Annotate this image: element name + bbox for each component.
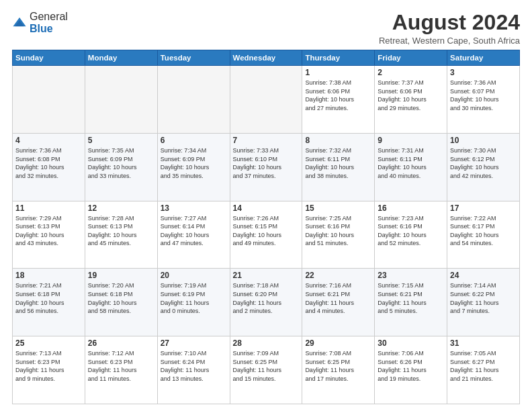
table-row: 17Sunrise: 7:22 AM Sunset: 6:17 PM Dayli… [447, 201, 520, 269]
day-info: Sunrise: 7:16 AM Sunset: 6:21 PM Dayligh… [305, 281, 371, 315]
day-number: 17 [450, 203, 517, 213]
day-number: 24 [450, 271, 517, 280]
table-row: 6Sunrise: 7:34 AM Sunset: 6:09 PM Daylig… [157, 133, 230, 201]
table-row [85, 66, 157, 134]
day-info: Sunrise: 7:32 AM Sunset: 6:11 PM Dayligh… [305, 146, 371, 180]
day-info: Sunrise: 7:38 AM Sunset: 6:06 PM Dayligh… [305, 79, 371, 112]
location-subtitle: Retreat, Western Cape, South Africa [379, 36, 520, 46]
table-row: 30Sunrise: 7:06 AM Sunset: 6:26 PM Dayli… [375, 336, 447, 404]
day-number: 3 [450, 68, 517, 77]
day-info: Sunrise: 7:22 AM Sunset: 6:17 PM Dayligh… [450, 214, 517, 248]
logo-text: General Blue [30, 11, 68, 34]
table-row [230, 66, 302, 134]
col-wednesday: Wednesday [230, 50, 302, 66]
day-info: Sunrise: 7:34 AM Sunset: 6:09 PM Dayligh… [161, 146, 227, 180]
table-row: 26Sunrise: 7:12 AM Sunset: 6:23 PM Dayli… [85, 336, 157, 404]
day-number: 13 [161, 203, 227, 213]
col-monday: Monday [85, 50, 157, 66]
day-number: 4 [15, 136, 82, 145]
day-number: 27 [161, 338, 227, 348]
logo-blue-text: Blue [30, 23, 53, 34]
day-info: Sunrise: 7:15 AM Sunset: 6:21 PM Dayligh… [378, 281, 444, 315]
calendar-header-row: Sunday Monday Tuesday Wednesday Thursday… [13, 50, 520, 66]
day-number: 2 [378, 68, 444, 77]
day-number: 7 [233, 136, 300, 145]
day-number: 14 [233, 203, 300, 213]
day-number: 19 [88, 271, 154, 280]
table-row: 21Sunrise: 7:18 AM Sunset: 6:20 PM Dayli… [230, 269, 302, 336]
table-row: 19Sunrise: 7:20 AM Sunset: 6:18 PM Dayli… [85, 269, 157, 336]
table-row: 23Sunrise: 7:15 AM Sunset: 6:21 PM Dayli… [375, 269, 447, 336]
day-number: 28 [233, 338, 300, 348]
day-number: 16 [378, 203, 444, 213]
day-number: 31 [450, 338, 517, 348]
table-row: 16Sunrise: 7:23 AM Sunset: 6:16 PM Dayli… [375, 201, 447, 269]
day-number: 18 [15, 271, 82, 280]
day-info: Sunrise: 7:37 AM Sunset: 6:06 PM Dayligh… [378, 79, 444, 112]
table-row: 3Sunrise: 7:36 AM Sunset: 6:07 PM Daylig… [447, 66, 520, 134]
table-row: 9Sunrise: 7:31 AM Sunset: 6:11 PM Daylig… [375, 133, 447, 201]
table-row: 28Sunrise: 7:09 AM Sunset: 6:25 PM Dayli… [230, 336, 302, 404]
day-info: Sunrise: 7:28 AM Sunset: 6:13 PM Dayligh… [88, 214, 154, 248]
day-info: Sunrise: 7:14 AM Sunset: 6:22 PM Dayligh… [450, 281, 517, 315]
day-number: 9 [378, 136, 444, 145]
day-info: Sunrise: 7:35 AM Sunset: 6:09 PM Dayligh… [88, 146, 154, 180]
day-info: Sunrise: 7:13 AM Sunset: 6:23 PM Dayligh… [15, 349, 82, 383]
day-number: 22 [305, 271, 371, 280]
day-number: 26 [88, 338, 154, 348]
table-row: 11Sunrise: 7:29 AM Sunset: 6:13 PM Dayli… [13, 201, 85, 269]
calendar-week-row: 18Sunrise: 7:21 AM Sunset: 6:18 PM Dayli… [13, 269, 520, 336]
title-block: August 2024 Retreat, Western Cape, South… [379, 11, 520, 46]
day-info: Sunrise: 7:10 AM Sunset: 6:24 PM Dayligh… [161, 349, 227, 383]
table-row: 1Sunrise: 7:38 AM Sunset: 6:06 PM Daylig… [302, 66, 375, 134]
calendar-table: Sunday Monday Tuesday Wednesday Thursday… [12, 50, 520, 404]
col-tuesday: Tuesday [157, 50, 230, 66]
table-row: 14Sunrise: 7:26 AM Sunset: 6:15 PM Dayli… [230, 201, 302, 269]
day-info: Sunrise: 7:18 AM Sunset: 6:20 PM Dayligh… [233, 281, 300, 315]
day-info: Sunrise: 7:25 AM Sunset: 6:16 PM Dayligh… [305, 214, 371, 248]
logo-icon [12, 15, 27, 30]
table-row: 13Sunrise: 7:27 AM Sunset: 6:14 PM Dayli… [157, 201, 230, 269]
day-info: Sunrise: 7:23 AM Sunset: 6:16 PM Dayligh… [378, 214, 444, 248]
table-row: 25Sunrise: 7:13 AM Sunset: 6:23 PM Dayli… [13, 336, 85, 404]
col-thursday: Thursday [302, 50, 375, 66]
day-info: Sunrise: 7:30 AM Sunset: 6:12 PM Dayligh… [450, 146, 517, 180]
day-info: Sunrise: 7:20 AM Sunset: 6:18 PM Dayligh… [88, 281, 154, 315]
day-info: Sunrise: 7:29 AM Sunset: 6:13 PM Dayligh… [15, 214, 82, 248]
table-row: 8Sunrise: 7:32 AM Sunset: 6:11 PM Daylig… [302, 133, 375, 201]
day-info: Sunrise: 7:33 AM Sunset: 6:10 PM Dayligh… [233, 146, 300, 180]
logo: General Blue [12, 11, 68, 34]
day-number: 21 [233, 271, 300, 280]
col-friday: Friday [375, 50, 447, 66]
table-row: 5Sunrise: 7:35 AM Sunset: 6:09 PM Daylig… [85, 133, 157, 201]
day-number: 25 [15, 338, 82, 348]
table-row: 31Sunrise: 7:05 AM Sunset: 6:27 PM Dayli… [447, 336, 520, 404]
month-year-title: August 2024 [379, 11, 520, 34]
table-row: 4Sunrise: 7:36 AM Sunset: 6:08 PM Daylig… [13, 133, 85, 201]
day-number: 12 [88, 203, 154, 213]
table-row: 29Sunrise: 7:08 AM Sunset: 6:25 PM Dayli… [302, 336, 375, 404]
day-number: 20 [161, 271, 227, 280]
calendar-week-row: 11Sunrise: 7:29 AM Sunset: 6:13 PM Dayli… [13, 201, 520, 269]
day-number: 15 [305, 203, 371, 213]
day-info: Sunrise: 7:31 AM Sunset: 6:11 PM Dayligh… [378, 146, 444, 180]
calendar-week-row: 1Sunrise: 7:38 AM Sunset: 6:06 PM Daylig… [13, 66, 520, 134]
table-row: 27Sunrise: 7:10 AM Sunset: 6:24 PM Dayli… [157, 336, 230, 404]
table-row: 20Sunrise: 7:19 AM Sunset: 6:19 PM Dayli… [157, 269, 230, 336]
col-sunday: Sunday [13, 50, 85, 66]
calendar-week-row: 25Sunrise: 7:13 AM Sunset: 6:23 PM Dayli… [13, 336, 520, 404]
day-info: Sunrise: 7:21 AM Sunset: 6:18 PM Dayligh… [15, 281, 82, 315]
day-info: Sunrise: 7:08 AM Sunset: 6:25 PM Dayligh… [305, 349, 371, 383]
day-number: 1 [305, 68, 371, 77]
table-row: 22Sunrise: 7:16 AM Sunset: 6:21 PM Dayli… [302, 269, 375, 336]
day-info: Sunrise: 7:06 AM Sunset: 6:26 PM Dayligh… [378, 349, 444, 383]
day-number: 8 [305, 136, 371, 145]
day-info: Sunrise: 7:36 AM Sunset: 6:08 PM Dayligh… [15, 146, 82, 180]
day-info: Sunrise: 7:09 AM Sunset: 6:25 PM Dayligh… [233, 349, 300, 383]
table-row: 10Sunrise: 7:30 AM Sunset: 6:12 PM Dayli… [447, 133, 520, 201]
day-number: 30 [378, 338, 444, 348]
day-number: 29 [305, 338, 371, 348]
table-row: 2Sunrise: 7:37 AM Sunset: 6:06 PM Daylig… [375, 66, 447, 134]
day-info: Sunrise: 7:05 AM Sunset: 6:27 PM Dayligh… [450, 349, 517, 383]
table-row: 7Sunrise: 7:33 AM Sunset: 6:10 PM Daylig… [230, 133, 302, 201]
